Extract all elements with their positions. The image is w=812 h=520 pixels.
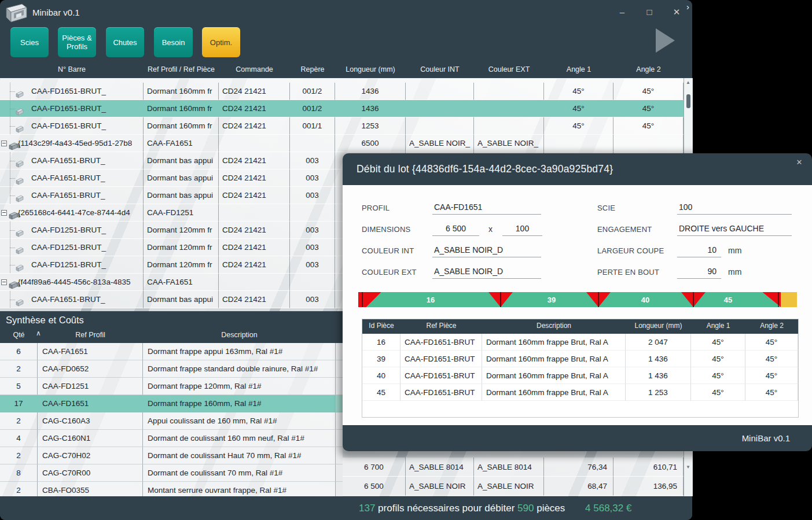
dialog-column-header-3[interactable]: Description <box>482 319 626 334</box>
piece-row[interactable]: CAA-FD1651-BRUT_Dormant 160mm frCD24 214… <box>0 100 692 117</box>
table-cell: 45° <box>691 334 745 351</box>
pieces-profils-button[interactable]: Pièces & Profils <box>58 27 96 57</box>
synthese-column-header-2[interactable]: Ref Profil <box>38 329 143 343</box>
dialog-column-header-2[interactable]: Ref Pièce <box>401 319 482 334</box>
column-header-2[interactable]: Ref Profil / Ref Pièce <box>144 62 219 78</box>
collapse-icon[interactable] <box>1 141 7 146</box>
table-cell: 39 <box>362 351 401 367</box>
table-cell: Dormant bas appui <box>144 152 219 169</box>
couleur-int-field[interactable]: A_SABLE NOIR_D <box>432 244 541 257</box>
engagement-label: ENGAGEMENT <box>597 225 652 235</box>
piece-row[interactable]: CAA-FD1651-BRUT_Dormant 160mm frCD24 214… <box>0 117 692 135</box>
synthese-row[interactable]: 17CAA-FD1651Dormant frappe 160mm, Ral #1… <box>0 395 343 412</box>
synthese-row[interactable]: 8CAG-C70R00Dormant de coulissant 70 mm, … <box>0 464 343 482</box>
scies-button[interactable]: Scies <box>10 27 49 57</box>
dialog-piece-row[interactable]: 40CAA-FD1651-BRUTDormant 160mm frappe Br… <box>362 367 798 384</box>
table-cell: CAA-FD0652 <box>38 360 143 378</box>
chutes-button[interactable]: Chutes <box>106 27 144 57</box>
synthese-column-header-1[interactable]: Qté <box>0 329 38 343</box>
table-cell: Dormant 160mm frappe Brut, Ral A <box>482 351 626 367</box>
besoin-button[interactable]: Besoin <box>154 27 193 57</box>
synthese-row[interactable]: 4CAG-C160N1Dormant de coulissant 160 mm … <box>0 430 343 447</box>
dialog-piece-row[interactable]: 16CAA-FD1651-BRUTDormant 160mm frappe Br… <box>362 334 798 351</box>
column-header-1[interactable]: N° Barre <box>0 62 144 78</box>
maximize-icon[interactable]: □ <box>640 6 659 19</box>
table-cell: 6 700 <box>343 458 406 477</box>
engagement-field[interactable]: DROITE vers GAUCHE <box>677 222 792 236</box>
dialog-close-icon[interactable]: ✕ <box>793 157 805 168</box>
table-cell: Dormant frappe standard double rainure, … <box>143 360 336 378</box>
table-cell: 1436 <box>335 100 406 117</box>
synthese-column-header-3[interactable]: Description <box>143 329 336 343</box>
column-header-8[interactable]: Angle 1 <box>544 62 613 78</box>
play-icon[interactable] <box>656 28 675 53</box>
table-cell: 45° <box>613 100 684 117</box>
profiles-count: 137 <box>359 503 375 514</box>
column-header-9[interactable]: Angle 2 <box>613 62 684 78</box>
column-header-6[interactable]: Couleur INT <box>406 62 474 78</box>
couleur-ext-field[interactable]: A_SABLE NOIR_D <box>432 265 541 279</box>
table-cell: CD24 21421 <box>219 239 290 256</box>
table-cell: 003 <box>290 222 335 239</box>
piece-row[interactable]: CAA-FD1651-BRUT_Dormant 160mm frCD24 214… <box>0 83 692 100</box>
table-cell: Dormant 120mm fr <box>144 256 219 274</box>
column-header-7[interactable]: Couleur EXT <box>474 62 544 78</box>
table-cell: Dormant 160mm fr <box>144 117 219 135</box>
dialog-piece-row[interactable]: 45CAA-FD1651-BRUTDormant 160mm frappe Br… <box>362 384 798 401</box>
table-cell: Dormant bas appui <box>144 169 219 187</box>
dialog-column-header-6[interactable]: Angle 2 <box>745 319 798 334</box>
synthese-row[interactable]: 2CAG-C70H02Dormant de coulissant Haut 70… <box>0 447 343 464</box>
table-cell: 1 253 <box>626 384 691 401</box>
profile-piece-icon <box>16 174 26 187</box>
table-cell: CD24 21421 <box>219 100 290 117</box>
table-cell: 45° <box>544 100 613 117</box>
synthese-body: 6CAA-FA1651Dormant frappe appui 163mm, R… <box>0 343 343 496</box>
table-cell <box>336 482 343 496</box>
largeur-coupe-unit: mm <box>728 246 741 257</box>
table-cell: 45 <box>362 384 401 401</box>
synthese-row[interactable]: 5CAA-FD1251Dormant frappe 120mm, Ral #1# <box>0 378 343 395</box>
table-cell: 45° <box>745 334 798 351</box>
synthese-row[interactable]: 2CAG-C160A3Appui coulissant de 160 mm, R… <box>0 412 343 430</box>
column-header-4[interactable]: Repère <box>290 62 335 78</box>
table-cell: CAA-FA1651-BRUT_ <box>0 152 144 169</box>
table-cell: CAA-FD1651-BRUT_ <box>0 117 144 135</box>
profil-field[interactable]: CAA-FD1651 <box>432 201 541 215</box>
title-bar: Minibar v0.1 – □ ✕ <box>0 0 692 25</box>
collapse-icon[interactable] <box>1 210 7 216</box>
scrollbar-thumb[interactable] <box>686 94 690 108</box>
perte-en-bout-field[interactable]: 90 <box>677 265 721 279</box>
table-cell: A_SABLE NOIR <box>474 477 544 496</box>
dimension-height-field[interactable]: 100 <box>502 222 542 236</box>
more-columns-chevron-icon[interactable]: › <box>684 0 692 16</box>
largeur-coupe-field[interactable]: 10 <box>677 244 721 257</box>
dialog-column-header-1[interactable]: Id Pièce <box>362 319 401 334</box>
scroll-up-icon[interactable]: ▲ <box>686 80 690 85</box>
table-cell: CAA-FD1251 <box>144 204 219 222</box>
clipped-row <box>0 78 684 83</box>
scroll-down-icon[interactable]: ▼ <box>686 464 690 470</box>
table-cell: 2 <box>0 360 38 378</box>
dialog-column-header-4[interactable]: Longueur (mm) <box>626 319 691 334</box>
table-cell: 003 <box>290 187 335 204</box>
main-table-header: N° BarreRef Profil / Ref PièceCommandeRe… <box>0 62 692 78</box>
tree-line <box>10 126 15 127</box>
dialog-column-header-5[interactable]: Angle 1 <box>691 319 745 334</box>
minimize-icon[interactable]: – <box>612 6 632 19</box>
synthese-row[interactable]: 2CBA-FO0355Montant serrure ouvrant frapp… <box>0 482 343 496</box>
window-title: Minibar v0.1 <box>32 8 80 17</box>
dialog-piece-row[interactable]: 39CAA-FD1651-BRUTDormant 160mm frappe Br… <box>362 351 798 367</box>
table-cell: Dormant bas appui <box>144 187 219 204</box>
column-header-3[interactable]: Commande <box>219 62 290 78</box>
collapse-icon[interactable] <box>1 279 7 285</box>
bar-row[interactable]: {1143c29f-4a43-45ed-95d1-27b8CAA-FA16516… <box>0 135 692 152</box>
table-cell: CD24 21421 <box>219 222 290 239</box>
profile-piece-icon <box>16 226 26 239</box>
synthese-row[interactable]: 6CAA-FA1651Dormant frappe appui 163mm, R… <box>0 343 343 360</box>
optim-button[interactable]: Optim. <box>202 27 240 57</box>
synthese-row[interactable]: 2CAA-FD0652Dormant frappe standard doubl… <box>0 360 343 378</box>
column-header-5[interactable]: Longueur (mm) <box>335 62 406 78</box>
table-cell: 16 <box>362 334 401 351</box>
dimension-length-field[interactable]: 6 500 <box>432 222 479 236</box>
scie-field[interactable]: 100 <box>677 201 792 215</box>
